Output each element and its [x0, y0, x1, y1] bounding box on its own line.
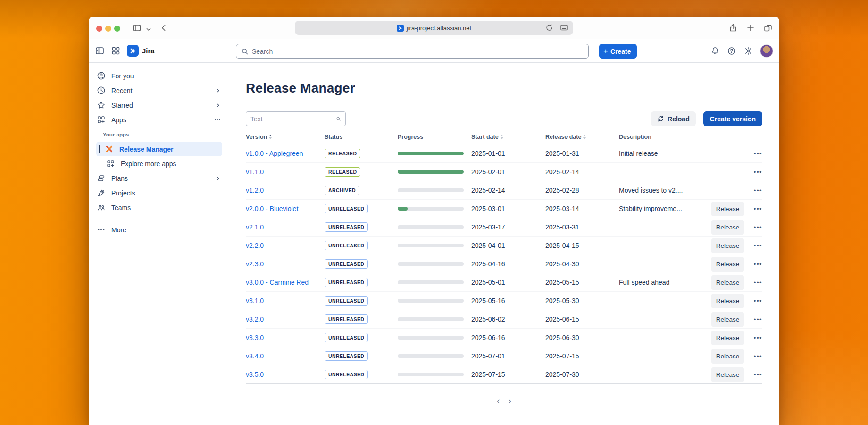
- release-button[interactable]: Release: [711, 220, 744, 235]
- start-date-cell: 2025-07-01: [471, 352, 545, 360]
- next-page-button[interactable]: ›: [509, 396, 511, 405]
- start-date-cell: 2025-03-17: [471, 223, 545, 231]
- row-menu-icon[interactable]: •••: [746, 279, 762, 286]
- version-link[interactable]: v3.3.0: [246, 334, 264, 341]
- safari-sidebar-icon[interactable]: [132, 23, 142, 33]
- column-header-label: Progress: [398, 134, 423, 140]
- row-menu-icon[interactable]: •••: [746, 353, 762, 360]
- row-menu-icon[interactable]: •••: [746, 187, 762, 194]
- version-link[interactable]: v1.1.0: [246, 168, 264, 176]
- sidebar-spacer: [89, 215, 228, 222]
- progress-bar: [398, 317, 464, 321]
- start-date-cell: 2025-04-01: [471, 242, 545, 249]
- more-options-icon[interactable]: [214, 116, 221, 124]
- version-link[interactable]: v2.2.0: [246, 242, 264, 249]
- row-menu-icon[interactable]: •••: [746, 242, 762, 249]
- release-date-cell: 2025-05-15: [545, 279, 619, 286]
- row-menu-icon[interactable]: •••: [746, 150, 762, 157]
- reload-button[interactable]: Reload: [651, 111, 696, 126]
- close-window-button[interactable]: [96, 26, 102, 32]
- sidebar-item-release-manager[interactable]: Release Manager: [96, 142, 222, 156]
- row-menu-icon[interactable]: •••: [746, 298, 762, 305]
- release-button[interactable]: Release: [711, 367, 744, 382]
- app-switcher-icon[interactable]: [111, 46, 121, 56]
- version-link[interactable]: v3.4.0: [246, 352, 264, 360]
- chevron-right-icon[interactable]: [215, 102, 221, 109]
- user-avatar[interactable]: [760, 44, 773, 58]
- minimize-window-button[interactable]: [105, 26, 111, 32]
- row-menu-icon[interactable]: •••: [746, 169, 762, 176]
- sidebar-item-starred[interactable]: Starred: [89, 98, 228, 112]
- version-link[interactable]: v3.1.0: [246, 297, 264, 305]
- description-cell: Moved issues to v2....: [619, 187, 711, 194]
- sidebar-item-explore-more-apps[interactable]: Explore more apps: [89, 156, 228, 171]
- sidebar-item-apps[interactable]: Apps: [89, 112, 228, 127]
- column-header-status: Status: [325, 134, 398, 140]
- create-button[interactable]: + Create: [599, 44, 637, 59]
- address-bar[interactable]: jira-project.atlassian.net: [295, 21, 573, 35]
- jira-brand[interactable]: Jira: [127, 45, 155, 57]
- sort-arrows-icon[interactable]: [583, 135, 586, 139]
- release-button[interactable]: Release: [711, 294, 744, 308]
- version-link[interactable]: v3.5.0: [246, 371, 264, 378]
- filter-text-input[interactable]: [250, 115, 336, 123]
- reload-page-icon[interactable]: [545, 23, 554, 32]
- row-menu-icon[interactable]: •••: [746, 205, 762, 212]
- column-header-version[interactable]: Version: [246, 134, 325, 140]
- release-button[interactable]: Release: [711, 275, 744, 290]
- reader-view-icon[interactable]: [559, 23, 568, 32]
- notifications-bell-icon[interactable]: [710, 46, 720, 56]
- column-header-release-date[interactable]: Release date: [545, 134, 619, 140]
- row-menu-icon[interactable]: •••: [746, 371, 762, 378]
- release-button[interactable]: Release: [711, 238, 744, 253]
- row-menu-icon[interactable]: •••: [746, 334, 762, 341]
- row-menu-icon[interactable]: •••: [746, 316, 762, 323]
- release-date-cell: 2025-07-30: [545, 371, 619, 378]
- sidebar: For youRecentStarredAppsYour appsRelease…: [89, 63, 228, 425]
- tab-overview-icon[interactable]: [763, 23, 773, 33]
- status-badge: RELEASED: [325, 167, 360, 177]
- version-link[interactable]: v2.0.0 - Blueviolet: [246, 205, 298, 212]
- chevron-right-icon[interactable]: [215, 87, 221, 94]
- back-button-icon[interactable]: [159, 23, 169, 33]
- version-link[interactable]: v3.2.0: [246, 315, 264, 323]
- sidebar-item-recent[interactable]: Recent: [89, 83, 228, 98]
- help-icon[interactable]: [727, 46, 736, 56]
- release-button[interactable]: Release: [711, 331, 744, 345]
- version-link[interactable]: v1.2.0: [246, 187, 264, 194]
- release-button[interactable]: Release: [711, 202, 744, 216]
- sidebar-item-more[interactable]: More: [89, 222, 228, 237]
- sidebar-item-for-you[interactable]: For you: [89, 68, 228, 83]
- column-header-start-date[interactable]: Start date: [471, 134, 545, 140]
- row-menu-icon[interactable]: •••: [746, 261, 762, 268]
- prev-page-button[interactable]: ‹: [497, 396, 500, 405]
- progress-bar: [398, 170, 464, 174]
- new-tab-icon[interactable]: [746, 23, 755, 33]
- zoom-window-button[interactable]: [114, 26, 120, 32]
- sort-arrows-icon[interactable]: [501, 135, 503, 139]
- release-button[interactable]: Release: [711, 312, 744, 327]
- table-body: v1.0.0 - ApplegreenRELEASED2025-01-01202…: [246, 144, 762, 384]
- version-link[interactable]: v1.0.0 - Applegreen: [246, 150, 303, 157]
- chevron-down-icon[interactable]: [145, 25, 152, 34]
- row-menu-icon[interactable]: •••: [746, 224, 762, 231]
- search-icon: [241, 48, 249, 55]
- global-search-input[interactable]: [252, 48, 584, 55]
- chevron-right-icon[interactable]: [215, 175, 221, 182]
- version-link[interactable]: v2.3.0: [246, 260, 264, 268]
- sidebar-item-plans[interactable]: Plans: [89, 171, 228, 186]
- jira-topbar: Jira + Create: [89, 39, 779, 63]
- sort-arrows-icon[interactable]: [269, 135, 272, 139]
- release-button[interactable]: Release: [711, 349, 744, 364]
- version-link[interactable]: v2.1.0: [246, 223, 264, 231]
- create-version-button[interactable]: Create version: [703, 111, 762, 126]
- status-badge: UNRELEASED: [325, 351, 368, 361]
- share-icon[interactable]: [728, 23, 738, 33]
- sidebar-item-teams[interactable]: Teams: [89, 200, 228, 215]
- settings-gear-icon[interactable]: [743, 46, 753, 56]
- sidebar-item-projects[interactable]: Projects: [89, 186, 228, 200]
- version-link[interactable]: v3.0.0 - Carmine Red: [246, 279, 309, 286]
- collapse-sidebar-icon[interactable]: [95, 46, 105, 56]
- release-button[interactable]: Release: [711, 257, 744, 272]
- status-badge: UNRELEASED: [325, 241, 368, 250]
